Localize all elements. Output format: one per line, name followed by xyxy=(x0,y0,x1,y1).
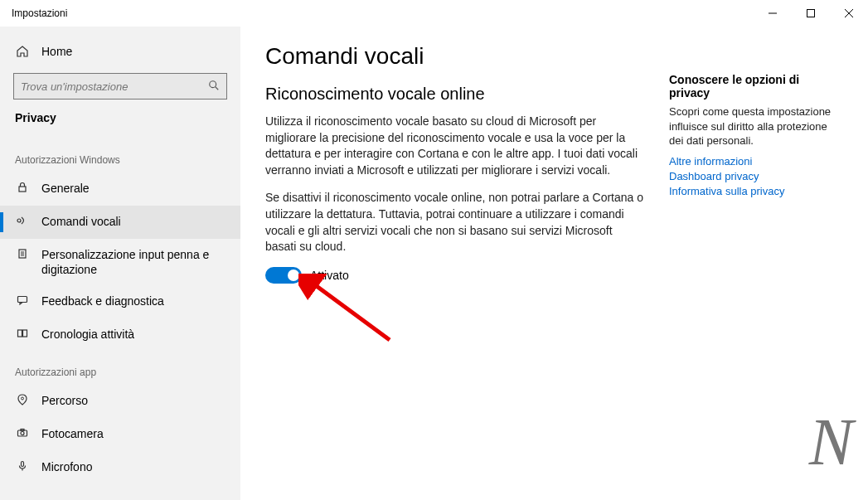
aside-link-privacy[interactable]: Informativa sulla privacy xyxy=(669,185,843,197)
aside-link-more-info[interactable]: Altre informazioni xyxy=(669,155,843,167)
svg-rect-13 xyxy=(18,330,22,337)
aside-description: Scopri come questa impostazione influisc… xyxy=(669,104,843,148)
aside-panel: Conoscere le opzioni di privacy Scopri c… xyxy=(669,43,843,500)
home-icon xyxy=(15,45,30,58)
sidebar: Home Privacy Autorizzazioni Windows Gene… xyxy=(0,27,240,500)
sidebar-item-label: Personalizzazione input penna e digitazi… xyxy=(41,247,225,277)
description-paragraph-2: Se disattivi il riconoscimento vocale on… xyxy=(265,190,644,255)
description-paragraph-1: Utilizza il riconoscimento vocale basato… xyxy=(265,114,644,178)
search-input[interactable] xyxy=(21,80,208,93)
svg-rect-14 xyxy=(23,330,27,337)
titlebar: Impostazioni xyxy=(0,0,868,27)
svg-point-7 xyxy=(17,219,21,222)
camera-icon xyxy=(15,426,30,439)
window-title: Impostazioni xyxy=(12,7,67,19)
sidebar-item-label: Microfono xyxy=(41,459,225,474)
sidebar-item-history[interactable]: Cronologia attività xyxy=(0,318,240,352)
svg-line-5 xyxy=(216,86,219,90)
clipboard-icon xyxy=(15,247,30,260)
speech-toggle[interactable] xyxy=(265,267,302,284)
sidebar-item-label: Comandi vocali xyxy=(41,214,225,229)
lock-icon xyxy=(15,181,30,193)
sidebar-section-apps: Autorizzazioni app xyxy=(0,352,240,385)
sidebar-item-inking[interactable]: Personalizzazione input penna e digitazi… xyxy=(0,239,240,285)
svg-point-4 xyxy=(210,80,216,87)
svg-point-17 xyxy=(21,432,24,435)
breadcrumb: Privacy xyxy=(0,106,240,139)
sidebar-item-label: Fotocamera xyxy=(41,426,225,441)
aside-link-dashboard[interactable]: Dashboard privacy xyxy=(669,170,843,182)
section-title: Riconoscimento vocale online xyxy=(265,85,644,104)
sidebar-item-location[interactable]: Percorso xyxy=(0,385,240,418)
close-button[interactable] xyxy=(830,0,868,27)
aside-title: Conoscere le opzioni di privacy xyxy=(669,73,843,100)
feedback-icon xyxy=(15,294,30,306)
svg-rect-19 xyxy=(22,462,24,467)
window-controls xyxy=(754,0,868,27)
sidebar-item-label: Feedback e diagnostica xyxy=(41,294,225,308)
svg-rect-6 xyxy=(19,187,26,192)
sidebar-item-label: Generale xyxy=(41,181,225,196)
svg-point-15 xyxy=(22,397,24,400)
microphone-icon xyxy=(15,459,30,472)
sidebar-home-label: Home xyxy=(41,45,72,58)
toggle-row: Attivato xyxy=(265,267,644,284)
sidebar-home[interactable]: Home xyxy=(0,35,240,68)
sidebar-item-label: Cronologia attività xyxy=(41,327,225,342)
location-icon xyxy=(15,393,30,405)
page-title: Comandi vocali xyxy=(265,43,644,70)
sidebar-item-speech[interactable]: Comandi vocali xyxy=(0,206,240,239)
svg-rect-1 xyxy=(807,10,815,17)
sidebar-item-camera[interactable]: Fotocamera xyxy=(0,418,240,451)
toggle-label: Attivato xyxy=(310,269,349,282)
sidebar-section-windows: Autorizzazioni Windows xyxy=(0,139,240,172)
sidebar-item-general[interactable]: Generale xyxy=(0,172,240,206)
speech-icon xyxy=(15,214,30,226)
sidebar-item-microphone[interactable]: Microfono xyxy=(0,451,240,484)
history-icon xyxy=(15,327,30,339)
search-input-container[interactable] xyxy=(13,73,227,100)
maximize-button[interactable] xyxy=(792,0,830,27)
main-content: Comandi vocali Riconoscimento vocale onl… xyxy=(240,27,868,500)
search-icon xyxy=(208,80,220,94)
svg-rect-12 xyxy=(18,297,27,303)
minimize-button[interactable] xyxy=(754,0,792,27)
sidebar-item-feedback[interactable]: Feedback e diagnostica xyxy=(0,285,240,318)
sidebar-item-label: Percorso xyxy=(41,393,225,408)
